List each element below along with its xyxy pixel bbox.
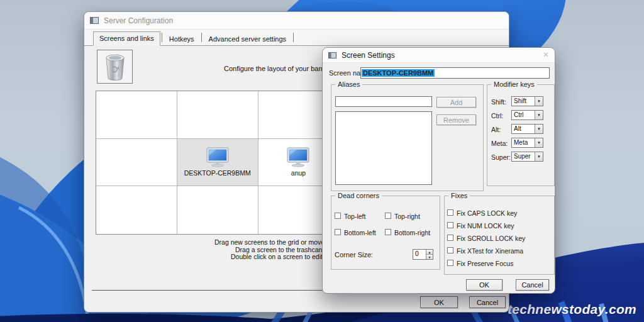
grid-cell[interactable] (96, 139, 177, 187)
top-left-checkbox[interactable] (335, 213, 341, 219)
trashcan-drop-target[interactable] (97, 50, 133, 84)
alias-remove-button[interactable]: Remove (436, 114, 476, 125)
aliases-legend: Aliases (335, 80, 362, 89)
screen-item-desktop-cer9bmm[interactable]: DESKTOP-CER9BMM (184, 147, 251, 177)
ctrl-label: Ctrl: (491, 112, 503, 119)
super-value: Super (512, 152, 535, 161)
bottom-right-checkbox[interactable] (385, 229, 391, 235)
tab-separator (162, 33, 162, 42)
dialog-ok-button[interactable]: OK (466, 279, 502, 291)
selected-text: DESKTOP-CER9BMM (362, 69, 435, 77)
bottom-left-label: Bottom-left (344, 229, 376, 236)
bottom-right-label: Bottom-right (394, 229, 430, 236)
screen-name-label: anup (291, 169, 306, 177)
grid-cell[interactable] (177, 186, 258, 234)
top-right-checkbox[interactable] (385, 213, 391, 219)
fix-preserve-focus-checkbox[interactable] (447, 260, 453, 266)
instruction-line-3: Double click on a screen to edit (231, 253, 323, 260)
tab-hotkeys[interactable]: Hotkeys (164, 33, 200, 46)
grid-cell[interactable] (96, 186, 177, 234)
instruction-line-1: Drag new screens to the grid or move ex (214, 238, 333, 246)
dead-corners-legend: Dead corners (335, 192, 382, 200)
server-window-titlebar[interactable]: Server Configuration (84, 12, 509, 30)
monitor-icon (287, 147, 309, 167)
ctrl-dropdown[interactable]: Ctrl ▼ (511, 110, 543, 120)
fix-num-lock-checkbox[interactable] (447, 222, 453, 228)
window-title: Server Configuration (104, 16, 173, 25)
fix-caps-lock-checkbox[interactable] (447, 209, 453, 216)
grid-cell[interactable] (177, 91, 258, 139)
dialog-icon (328, 52, 336, 58)
dialog-title: Screen Settings (341, 51, 395, 60)
screen-item-anup[interactable]: anup (287, 147, 309, 177)
monitor-icon (206, 147, 229, 167)
shift-dropdown[interactable]: Shift ▼ (511, 96, 543, 106)
watermark-text: technewstoday.com (508, 302, 636, 317)
spin-up-icon[interactable]: ▲ (426, 250, 433, 255)
server-cancel-button[interactable]: Cancel (469, 296, 506, 308)
fix-scroll-lock-checkbox[interactable] (447, 235, 453, 241)
corner-size-value: 0 (413, 250, 426, 259)
ctrl-value: Ctrl (512, 111, 535, 119)
fix-caps-lock-label: Fix CAPS LOCK key (457, 209, 517, 217)
tab-advanced-server-settings[interactable]: Advanced server settings (203, 33, 292, 46)
modifier-keys-legend: Modifier keys (491, 80, 537, 89)
bottom-left-checkbox[interactable] (335, 229, 341, 235)
alias-input[interactable] (335, 96, 432, 107)
fix-num-lock-label: Fix NUM LOCK key (457, 222, 514, 230)
fix-preserve-focus-label: Fix Preserve Focus (457, 260, 513, 267)
super-dropdown[interactable]: Super ▼ (511, 152, 543, 162)
grid-cell-server-screen[interactable]: DESKTOP-CER9BMM (177, 139, 258, 187)
chevron-down-icon[interactable]: ▼ (535, 152, 543, 161)
chevron-down-icon[interactable]: ▼ (535, 97, 543, 106)
corner-size-label: Corner Size: (335, 251, 373, 258)
screen-name-input[interactable]: DESKTOP-CER9BMM (360, 67, 550, 79)
shift-value: Shift (512, 97, 535, 106)
top-right-label: Top-right (394, 213, 420, 220)
chevron-down-icon[interactable]: ▼ (535, 138, 543, 147)
dialog-titlebar[interactable]: Screen Settings (323, 48, 555, 63)
shift-label: Shift: (491, 98, 506, 106)
top-left-label: Top-left (344, 213, 365, 220)
meta-label: Meta: (491, 140, 508, 147)
alias-add-button[interactable]: Add (436, 97, 476, 108)
trashcan-icon (102, 52, 128, 81)
tab-bar: Screens and links Hotkeys Advanced serve… (84, 30, 509, 46)
dialog-cancel-button[interactable]: Cancel (516, 279, 549, 291)
alt-value: Alt (512, 125, 535, 133)
tab-separator (293, 33, 294, 42)
server-ok-button[interactable]: OK (420, 296, 458, 308)
tab-separator (201, 33, 202, 42)
alt-dropdown[interactable]: Alt ▼ (511, 124, 543, 134)
chevron-down-icon[interactable]: ▼ (535, 111, 543, 119)
fix-xtest-checkbox[interactable] (447, 247, 453, 253)
alt-label: Alt: (491, 126, 501, 133)
spin-down-icon[interactable]: ▼ (426, 255, 433, 259)
meta-dropdown[interactable]: Meta ▼ (511, 138, 543, 148)
grid-cell[interactable] (96, 91, 177, 139)
alias-listbox[interactable] (335, 111, 432, 185)
screen-settings-dialog: Screen Settings ✕ Screen name: DESKTOP-C… (322, 47, 555, 294)
chevron-down-icon[interactable]: ▼ (535, 125, 543, 133)
meta-value: Meta (512, 138, 535, 147)
desktop: technewstoday.com Server Configuration S… (0, 0, 644, 322)
screen-name-label: DESKTOP-CER9BMM (184, 169, 251, 177)
close-icon[interactable]: ✕ (543, 51, 549, 58)
fixes-legend: Fixes (448, 192, 470, 200)
spinner-buttons[interactable]: ▲ ▼ (426, 250, 433, 259)
tab-screens-and-links[interactable]: Screens and links (93, 31, 160, 46)
fix-xtest-label: Fix XTest for Xinerama (457, 247, 523, 255)
fix-scroll-lock-label: Fix SCROLL LOCK key (457, 235, 525, 242)
super-label: Super: (491, 153, 511, 161)
corner-size-spinner[interactable]: 0 ▲ ▼ (413, 249, 433, 260)
app-icon (90, 17, 99, 24)
